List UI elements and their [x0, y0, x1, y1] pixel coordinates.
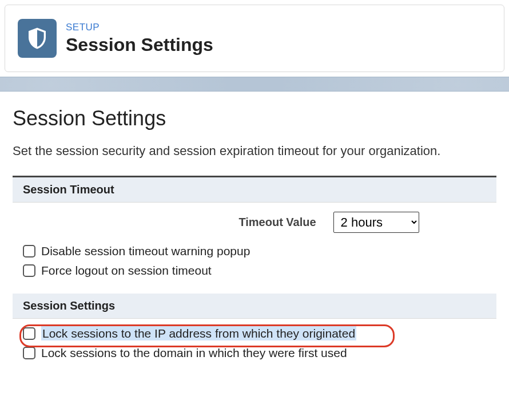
session-timeout-body: Timeout Value 2 hours Disable session ti… [13, 203, 496, 294]
timeout-value-row: Timeout Value 2 hours [23, 212, 486, 233]
header-text: SETUP Session Settings [66, 22, 213, 56]
disable-warning-row: Disable session timeout warning popup [23, 244, 486, 258]
settings-panel: Session Timeout Timeout Value 2 hours Di… [13, 176, 496, 371]
disable-warning-checkbox[interactable] [23, 245, 35, 257]
lock-ip-checkbox[interactable] [23, 327, 35, 340]
lock-ip-row: Lock sessions to the IP address from whi… [23, 327, 486, 340]
divider-bar [0, 77, 509, 92]
shield-icon [18, 19, 57, 58]
page-title: Session Settings [66, 34, 213, 56]
breadcrumb: SETUP [66, 22, 213, 33]
disable-warning-label[interactable]: Disable session timeout warning popup [41, 244, 250, 258]
content-area: Session Settings Set the session securit… [0, 92, 509, 371]
lock-domain-checkbox[interactable] [23, 347, 35, 359]
session-settings-body: Lock sessions to the IP address from whi… [13, 319, 496, 371]
main-heading: Session Settings [13, 106, 496, 130]
force-logout-checkbox[interactable] [23, 264, 35, 277]
force-logout-row: Force logout on session timeout [23, 264, 486, 278]
session-timeout-header: Session Timeout [13, 177, 496, 203]
session-settings-header: Session Settings [13, 294, 496, 319]
page-header: SETUP Session Settings [5, 5, 504, 72]
force-logout-label[interactable]: Force logout on session timeout [41, 264, 212, 278]
lock-ip-label[interactable]: Lock sessions to the IP address from whi… [41, 327, 356, 340]
timeout-value-label: Timeout Value [238, 216, 316, 229]
lock-domain-row: Lock sessions to the domain in which the… [23, 346, 486, 360]
lock-domain-label[interactable]: Lock sessions to the domain in which the… [41, 346, 347, 360]
timeout-value-select[interactable]: 2 hours [333, 212, 419, 233]
description-text: Set the session security and session exp… [13, 143, 496, 160]
